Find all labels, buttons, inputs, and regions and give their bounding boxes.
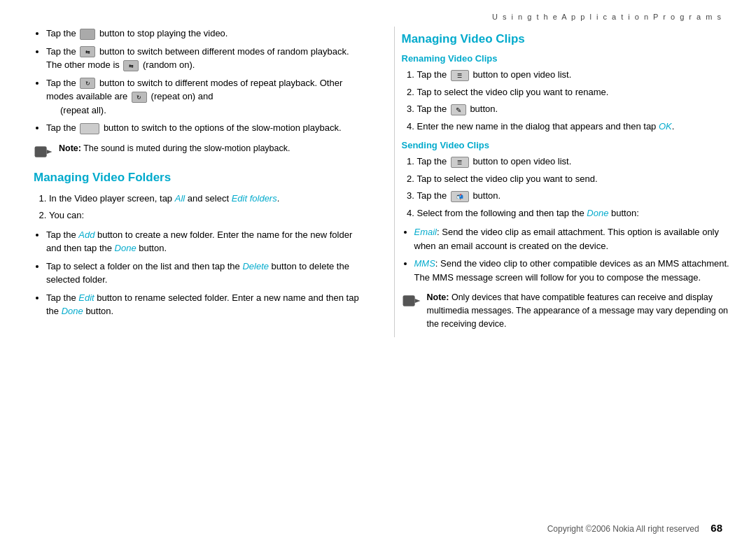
list-item: Email: Send the video clip as email atta… (414, 225, 734, 253)
list-item: Tap the button to stop playing the video… (46, 27, 366, 41)
video-list-button2-icon: ☰ (451, 157, 469, 168)
list-item: Tap the 📬 button. (417, 189, 734, 203)
svg-rect-0 (35, 146, 47, 157)
list-item: Select from the following and then tap t… (417, 206, 734, 220)
section-title-folders: Managing Video Folders (34, 171, 366, 185)
list-item: Tap the ☰ button to open video list. (417, 155, 734, 169)
svg-rect-2 (402, 295, 414, 306)
renaming-video-clips-subsection: Renaming Video Clips Tap the ☰ button to… (402, 53, 734, 133)
note-icon-2 (402, 291, 421, 313)
folders-steps-list: In the Video player screen, tap All and … (34, 192, 366, 222)
list-item: Tap to select the video clip you want to… (417, 85, 734, 99)
note-icon-1 (34, 142, 53, 164)
list-item: MMS: Send the video clip to other compat… (414, 257, 734, 284)
page-footer: Copyright ©2006 Nokia All right reserved… (547, 522, 722, 534)
list-item: Tap the ☰ button to open video list. (417, 68, 734, 82)
page-number: 68 (710, 522, 722, 534)
note-text-1: Note: The sound is muted during the slow… (59, 142, 290, 155)
sending-video-clips-subsection: Sending Video Clips Tap the ☰ button to … (402, 140, 734, 330)
list-item: Tap the ⇆ button to switch between diffe… (46, 45, 366, 72)
managing-video-folders-section: Managing Video Folders In the Video play… (34, 171, 366, 318)
stop-button-icon (80, 29, 95, 40)
pencil-button-icon: ✎ (451, 104, 466, 115)
note-box-1: Note: The sound is muted during the slow… (34, 142, 366, 164)
list-item: Tap to select a folder on the list and t… (46, 260, 366, 287)
list-item: Tap the Add button to create a new folde… (46, 228, 366, 255)
note-box-2: Note: Only devices that have compatible … (402, 291, 734, 330)
page-header: U s i n g t h e A p p l i c a t i o n P … (0, 0, 756, 27)
header-text: U s i n g t h e A p p l i c a t i o n P … (492, 13, 722, 21)
list-item: You can: (49, 208, 366, 222)
list-item: Tap the ↻ button to switch to different … (46, 76, 366, 118)
subsection-title-rename: Renaming Video Clips (402, 53, 734, 64)
random-button-icon: ⇆ (80, 46, 95, 57)
list-item: Tap the Edit button to rename selected f… (46, 291, 366, 318)
send-steps-list: Tap the ☰ button to open video list. Tap… (402, 155, 734, 220)
repeat-on-icon: ↻ (132, 92, 147, 103)
note-text-2: Note: Only devices that have compatible … (427, 291, 734, 330)
random-on-icon: ⇆ (123, 60, 139, 71)
svg-marker-3 (414, 299, 420, 303)
svg-marker-1 (47, 149, 52, 153)
left-column: Tap the button to stop playing the video… (34, 27, 373, 337)
video-list-button-icon: ☰ (451, 70, 469, 81)
slowmotion-button-icon (80, 123, 99, 134)
managing-video-clips-section: Managing Video Clips Renaming Video Clip… (402, 32, 734, 330)
subsection-title-send: Sending Video Clips (402, 140, 734, 150)
list-item: Tap the button to switch to the options … (46, 121, 366, 135)
right-column: Managing Video Clips Renaming Video Clip… (394, 27, 734, 337)
list-item: Enter the new name in the dialog that ap… (417, 120, 734, 134)
send-button-icon: 📬 (451, 191, 469, 202)
list-item: In the Video player screen, tap All and … (49, 192, 366, 206)
send-bullets-list: Email: Send the video clip as email atta… (402, 225, 734, 284)
folders-bullets-list: Tap the Add button to create a new folde… (34, 228, 366, 318)
list-item: Tap the ✎ button. (417, 102, 734, 116)
video-controls-list: Tap the button to stop playing the video… (34, 27, 366, 135)
section-title-clips: Managing Video Clips (402, 32, 734, 46)
copyright-text: Copyright ©2006 Nokia All right reserved (547, 524, 699, 534)
rename-steps-list: Tap the ☰ button to open video list. Tap… (402, 68, 734, 133)
repeat-button-icon: ↻ (80, 78, 95, 89)
list-item: Tap to select the video clip you want to… (417, 172, 734, 186)
